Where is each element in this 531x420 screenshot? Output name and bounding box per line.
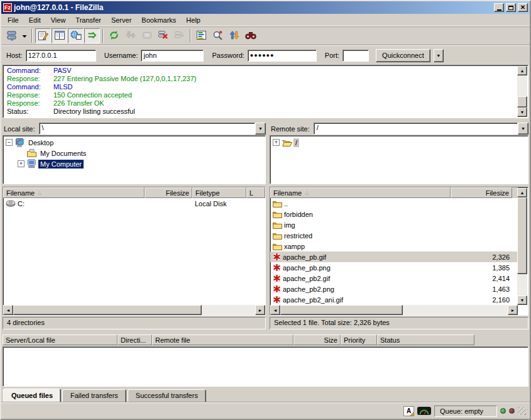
- file-row-img[interactable]: img: [270, 219, 518, 230]
- refresh-button[interactable]: [106, 28, 122, 43]
- data-type-indicator-icon[interactable]: A: [403, 406, 414, 416]
- menu-edit[interactable]: Edit: [24, 14, 46, 26]
- expand-icon[interactable]: +: [18, 160, 25, 167]
- local-site-combo[interactable]: \ ▼: [39, 123, 266, 135]
- cancel-button[interactable]: [139, 28, 155, 43]
- column-header-filetype[interactable]: Filetype: [192, 187, 246, 198]
- tab-successful-transfers[interactable]: Successful transfers: [128, 389, 206, 402]
- scroll-right-icon[interactable]: ►: [508, 305, 518, 315]
- password-input[interactable]: [248, 50, 317, 62]
- menu-view[interactable]: View: [46, 14, 71, 26]
- collapse-icon[interactable]: −: [6, 139, 13, 146]
- column-header-label: Filesize: [486, 189, 509, 197]
- local-hscrollbar[interactable]: ◄ ►: [3, 305, 265, 315]
- file-row--[interactable]: ..: [270, 198, 518, 209]
- file-row-apache-pb2-gif[interactable]: apache_pb2.gif2,414: [270, 273, 518, 284]
- tree-item-my-computer[interactable]: +My Computer: [4, 158, 264, 169]
- menu-server[interactable]: Server: [106, 14, 136, 26]
- process-queue-button[interactable]: [123, 28, 138, 43]
- expand-icon[interactable]: +: [273, 139, 280, 146]
- remote-site-combo[interactable]: / ▼: [314, 123, 528, 135]
- sync-browse-button[interactable]: [226, 28, 242, 43]
- local-hscroll-track[interactable]: [202, 305, 255, 315]
- file-row-xampp[interactable]: xampp: [270, 241, 518, 251]
- file-row-apache-pb2-ani-gif[interactable]: apache_pb2_ani.gif2,160: [270, 294, 518, 305]
- log-scrollbar[interactable]: ▲ ▼: [517, 66, 527, 117]
- tree-item--[interactable]: +/: [271, 137, 527, 148]
- scroll-up-icon[interactable]: ▲: [517, 66, 527, 75]
- compare-button[interactable]: [210, 28, 226, 43]
- file-row-apache-pb-png[interactable]: apache_pb.png1,385: [270, 262, 518, 273]
- toggle-queue-button[interactable]: [84, 28, 100, 43]
- sort-ascending-icon: △: [38, 191, 41, 196]
- column-header-status[interactable]: Status: [377, 334, 474, 345]
- toggle-remote-tree-button[interactable]: [68, 28, 84, 43]
- column-header-filesize[interactable]: Filesize: [451, 187, 512, 198]
- file-row-c-[interactable]: C:Local Disk: [3, 198, 265, 209]
- quickconnect-button[interactable]: Quickconnect: [376, 49, 430, 62]
- tab-failed-transfers[interactable]: Failed transfers: [62, 389, 126, 402]
- remote-vscroll-thumb[interactable]: [517, 197, 527, 274]
- quickconnect-dropdown-button[interactable]: ▼: [434, 49, 444, 62]
- toggle-local-tree-button[interactable]: [52, 28, 67, 43]
- local-site-dropdown[interactable]: ▼: [255, 123, 266, 135]
- panes-icon: [54, 30, 65, 41]
- tab-queued-files[interactable]: Queued files: [3, 389, 61, 402]
- reconnect-button[interactable]: [172, 28, 187, 43]
- column-header-filename[interactable]: Filename△: [270, 187, 451, 198]
- find-button[interactable]: [243, 28, 258, 43]
- scroll-up-icon[interactable]: ▲: [517, 188, 527, 197]
- host-input[interactable]: [26, 50, 96, 62]
- log-scroll-track[interactable]: [517, 75, 527, 96]
- filter-button[interactable]: [194, 28, 209, 43]
- file-row-apache-pb2-png[interactable]: apache_pb2.png1,463: [270, 284, 518, 294]
- column-header-filesize[interactable]: Filesize: [145, 187, 192, 198]
- log-scroll-thumb[interactable]: [517, 96, 527, 108]
- column-header-l[interactable]: L: [246, 187, 265, 198]
- tree-item-label: My Documents: [38, 149, 88, 158]
- column-header-directi-[interactable]: Directi...: [118, 334, 152, 345]
- toggle-message-log-button[interactable]: [35, 28, 51, 43]
- menu-file[interactable]: File: [3, 14, 24, 26]
- column-header-size[interactable]: Size: [293, 334, 341, 345]
- local-hscroll-thumb[interactable]: [13, 305, 202, 315]
- remote-vscroll-track[interactable]: [517, 274, 527, 296]
- tree-item-my-documents[interactable]: My Documents: [4, 148, 264, 158]
- log-line-label: Response:: [7, 91, 53, 99]
- tree-item-desktop[interactable]: −Desktop: [4, 137, 264, 148]
- scroll-down-icon[interactable]: ▼: [517, 108, 527, 117]
- local-site-value[interactable]: \: [39, 123, 255, 135]
- menu-transfer[interactable]: Transfer: [70, 14, 106, 26]
- scroll-left-icon[interactable]: ◄: [3, 305, 13, 315]
- scroll-down-icon[interactable]: ▼: [517, 296, 527, 305]
- column-header-server-local-file[interactable]: Server/Local file: [3, 334, 118, 345]
- remote-vscrollbar[interactable]: ▲ ▼: [517, 188, 527, 305]
- port-label: Port:: [325, 52, 339, 59]
- column-header-remote-file[interactable]: Remote file: [152, 334, 293, 345]
- menu-help[interactable]: Help: [181, 14, 205, 26]
- file-row-apache-pb-gif[interactable]: apache_pb.gif2,326: [270, 251, 518, 262]
- file-row-restricted[interactable]: restricted: [270, 230, 518, 241]
- remote-site-dropdown[interactable]: ▼: [518, 123, 528, 135]
- username-input[interactable]: [141, 50, 204, 62]
- resize-grip[interactable]: [518, 407, 526, 415]
- file-row-forbidden[interactable]: forbidden: [270, 209, 518, 219]
- close-button[interactable]: ✕: [518, 3, 528, 12]
- remote-hscrollbar[interactable]: ◄ ►: [270, 305, 518, 315]
- minimize-button[interactable]: [494, 3, 504, 12]
- disconnect-button[interactable]: [155, 28, 171, 43]
- scroll-left-icon[interactable]: ◄: [270, 305, 280, 315]
- scroll-right-icon[interactable]: ►: [255, 305, 265, 315]
- site-manager-dropdown-button[interactable]: [20, 28, 29, 43]
- maximize-button[interactable]: [506, 3, 516, 12]
- remote-hscroll-thumb[interactable]: [280, 305, 403, 315]
- column-header-priority[interactable]: Priority: [341, 334, 377, 345]
- site-manager-button[interactable]: [4, 28, 19, 43]
- panes-queue-splitter[interactable]: [1, 329, 530, 334]
- port-input[interactable]: [342, 50, 369, 62]
- remote-hscroll-track[interactable]: [403, 305, 508, 315]
- column-header-filename[interactable]: Filename△: [3, 187, 145, 198]
- speed-limit-icon[interactable]: [417, 407, 431, 415]
- menu-bookmarks[interactable]: Bookmarks: [136, 14, 181, 26]
- remote-site-value[interactable]: /: [314, 123, 518, 135]
